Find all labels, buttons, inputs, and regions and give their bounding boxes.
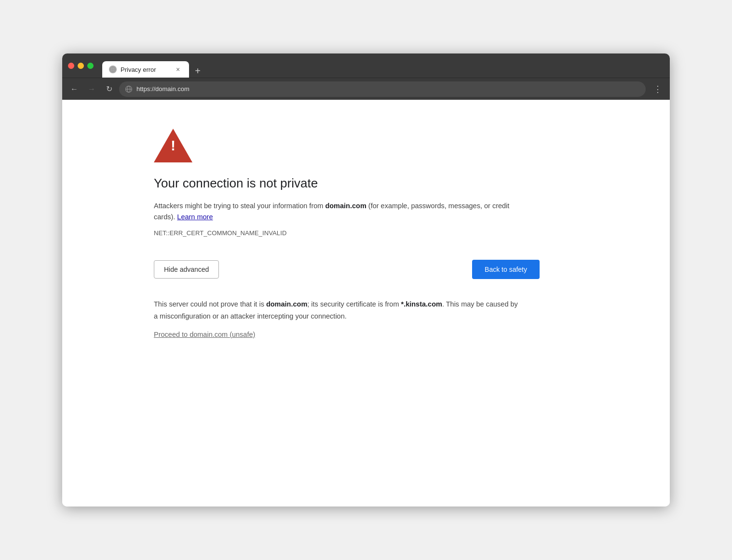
back-to-safety-button[interactable]: Back to safety bbox=[472, 260, 540, 279]
error-desc-domain: domain.com bbox=[325, 202, 366, 210]
traffic-lights bbox=[68, 63, 94, 69]
button-row: Hide advanced Back to safety bbox=[154, 260, 540, 279]
address-bar[interactable]: https://domain.com bbox=[119, 81, 646, 97]
warning-triangle-icon bbox=[154, 129, 192, 162]
advanced-text-1: This server could not prove that it is bbox=[154, 300, 266, 308]
tab-close-button[interactable]: × bbox=[174, 65, 182, 74]
active-tab[interactable]: Privacy error × bbox=[102, 61, 189, 78]
tab-label: Privacy error bbox=[121, 66, 170, 73]
address-globe-icon bbox=[125, 85, 133, 93]
advanced-text-2: ; its security certificate is from bbox=[307, 300, 401, 308]
address-text: https://domain.com bbox=[136, 85, 640, 93]
minimize-traffic-light[interactable] bbox=[78, 63, 84, 69]
tab-bar: Privacy error × + bbox=[100, 53, 664, 78]
proceed-unsafe-link[interactable]: Proceed to domain.com (unsafe) bbox=[154, 331, 255, 338]
page-content: Your connection is not private Attackers… bbox=[62, 100, 670, 507]
error-code: NET::ERR_CERT_COMMON_NAME_INVALID bbox=[154, 229, 631, 237]
new-tab-button[interactable]: + bbox=[191, 64, 204, 78]
error-title: Your connection is not private bbox=[154, 176, 631, 191]
reload-button[interactable]: ↻ bbox=[102, 82, 116, 96]
nav-bar: ← → ↻ https://domain.com ⋮ bbox=[62, 78, 670, 100]
title-bar: Privacy error × + bbox=[62, 53, 670, 78]
browser-window: Privacy error × + ← → ↻ https://domain.c… bbox=[62, 53, 670, 507]
forward-button[interactable]: → bbox=[84, 82, 99, 96]
maximize-traffic-light[interactable] bbox=[87, 63, 94, 69]
hide-advanced-button[interactable]: Hide advanced bbox=[154, 260, 219, 279]
close-traffic-light[interactable] bbox=[68, 63, 74, 69]
advanced-cert: *.kinsta.com bbox=[401, 300, 442, 308]
advanced-domain: domain.com bbox=[266, 300, 307, 308]
error-desc-before: Attackers might be trying to steal your … bbox=[154, 202, 325, 210]
tab-favicon bbox=[109, 66, 117, 73]
error-description: Attackers might be trying to steal your … bbox=[154, 200, 520, 223]
advanced-info-text: This server could not prove that it is d… bbox=[154, 298, 520, 322]
warning-icon bbox=[154, 129, 631, 164]
learn-more-link[interactable]: Learn more bbox=[177, 213, 213, 221]
browser-menu-button[interactable]: ⋮ bbox=[651, 82, 665, 96]
back-button[interactable]: ← bbox=[67, 82, 81, 96]
